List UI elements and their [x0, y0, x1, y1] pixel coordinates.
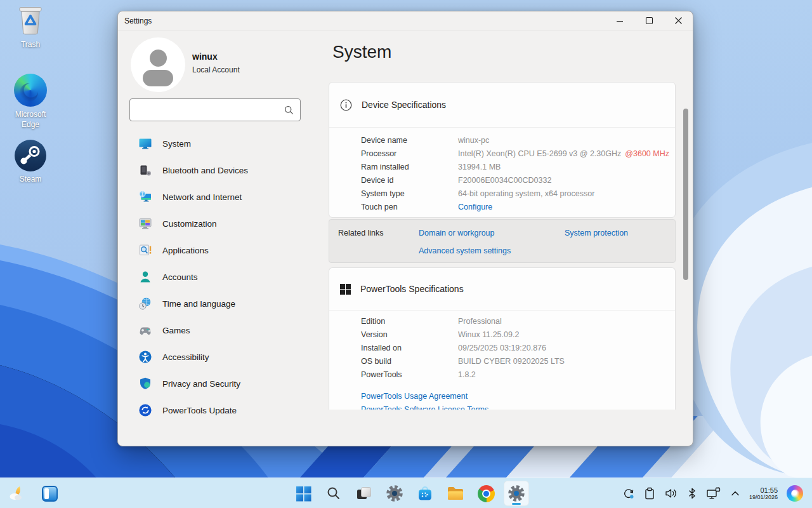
- spec-row-touch-pen: Touch pen Configure: [329, 200, 675, 213]
- spec-row-installed-on: Installed on 09/25/2025 03:19:20.876: [329, 341, 675, 354]
- powertools-license-terms-link[interactable]: PowerTools Software License Terms: [361, 403, 675, 410]
- sidebar-item-label: Privacy and Security: [162, 379, 240, 389]
- sidebar-item-label: Accounts: [162, 272, 198, 282]
- desktop-icon-trash[interactable]: Trash: [0, 5, 61, 50]
- spec-value: 1.8.2: [458, 370, 476, 379]
- sidebar-item-network[interactable]: Network and Internet: [129, 184, 310, 210]
- sidebar-item-time-language[interactable]: Time and language: [129, 290, 310, 317]
- sync-icon[interactable]: [622, 487, 635, 500]
- clipboard-icon[interactable]: [644, 487, 655, 500]
- windows-logo-icon: [340, 284, 351, 295]
- spec-value: 09/25/2025 03:19:20.876: [458, 344, 546, 352]
- desktop-icon-label: Microsoft Edge: [8, 110, 53, 130]
- sidebar-item-accessibility[interactable]: Accessibility: [129, 344, 310, 370]
- spec-label: Device name: [361, 136, 458, 145]
- sidebar-item-bluetooth[interactable]: Bluetooth and Devices: [129, 157, 310, 184]
- card-title: PowerTools Specifications: [360, 284, 464, 294]
- taskbar: 01:55 19/01/2026: [0, 478, 812, 508]
- widgets-icon[interactable]: [42, 486, 58, 502]
- task-view-button[interactable]: [351, 481, 377, 506]
- sidebar-item-label: Bluetooth and Devices: [162, 166, 248, 175]
- sidebar-item-label: System: [162, 139, 191, 149]
- powertools-update-icon: [138, 403, 152, 417]
- settings-app-button-active[interactable]: [504, 481, 529, 506]
- spec-label: Ram installed: [361, 163, 458, 171]
- maximize-button[interactable]: [634, 11, 664, 30]
- windows-start-icon: [296, 486, 311, 502]
- settings-gear-button[interactable]: [382, 481, 407, 506]
- sidebar-item-system[interactable]: System: [129, 130, 310, 157]
- sidebar-item-label: Time and language: [162, 299, 235, 309]
- taskbar-clock[interactable]: 01:55 19/01/2026: [749, 486, 778, 501]
- search-input[interactable]: [130, 99, 300, 121]
- scrollbar-thumb[interactable]: [683, 109, 688, 280]
- system-icon: [138, 137, 152, 150]
- weather-icon[interactable]: [8, 485, 25, 502]
- configure-link[interactable]: Configure: [458, 203, 492, 211]
- store-button[interactable]: [412, 481, 438, 506]
- volume-icon[interactable]: [664, 487, 678, 500]
- bluetooth-icon[interactable]: [687, 487, 697, 500]
- spec-label: Device id: [361, 176, 458, 185]
- chevron-up-icon[interactable]: [730, 488, 740, 498]
- system-protection-link[interactable]: System protection: [565, 229, 628, 237]
- start-button[interactable]: [291, 481, 316, 506]
- sidebar-item-label: Accessibility: [162, 352, 209, 362]
- spec-value: F20006E0034C00CD0332: [458, 176, 551, 185]
- related-links-section: Related links Domain or workgroup System…: [329, 219, 676, 263]
- bluetooth-devices-icon: [138, 163, 152, 177]
- time-language-icon: [138, 297, 152, 311]
- taskbar-search-button[interactable]: [321, 481, 346, 506]
- sidebar-item-powertools-update[interactable]: PowerTools Update: [129, 397, 310, 424]
- search-box[interactable]: [129, 98, 301, 121]
- spec-value: Professional: [458, 317, 502, 326]
- sidebar-item-games[interactable]: Games: [129, 317, 310, 344]
- minimize-button[interactable]: [605, 11, 634, 30]
- settings-window: Settings winux Local Account System: [117, 11, 693, 446]
- desktop-icon-steam[interactable]: Steam: [0, 140, 61, 185]
- customization-icon: [138, 217, 152, 231]
- chrome-icon: [478, 485, 495, 502]
- store-icon: [417, 485, 433, 502]
- window-title: Settings: [124, 17, 152, 25]
- spec-row-device-id: Device id F20006E0034C00CD0332: [329, 173, 675, 187]
- user-avatar[interactable]: [131, 37, 185, 92]
- search-icon: [284, 105, 294, 115]
- sidebar-item-customization[interactable]: Customization: [129, 210, 310, 237]
- sidebar-item-label: Applications: [162, 246, 209, 255]
- spec-row-version: Version Winux 11.25.09.2: [329, 328, 675, 341]
- spec-label: PowerTools: [361, 370, 458, 379]
- spec-value: BUILD CYBER 09202025 LTS: [458, 357, 565, 366]
- privacy-security-icon: [138, 377, 152, 391]
- spec-value: Winux 11.25.09.2: [458, 330, 519, 339]
- advanced-system-settings-link[interactable]: Advanced system settings: [419, 246, 511, 255]
- spec-row-system-type: System type 64-bit operating system, x64…: [329, 187, 675, 200]
- games-icon: [138, 323, 152, 337]
- card-header: PowerTools Specifications: [329, 268, 675, 311]
- page-title: System: [332, 43, 391, 62]
- copilot-icon[interactable]: [787, 485, 803, 502]
- sidebar-item-accounts[interactable]: Accounts: [129, 264, 310, 290]
- chrome-button[interactable]: [473, 481, 499, 506]
- sidebar-item-label: Games: [162, 326, 190, 335]
- powertools-specifications-card: PowerTools Specifications Edition Profes…: [329, 267, 676, 410]
- titlebar: Settings: [118, 11, 693, 30]
- search-icon: [326, 486, 341, 501]
- close-button[interactable]: [664, 11, 693, 30]
- powertools-usage-agreement-link[interactable]: PowerTools Usage Agreement: [361, 390, 675, 403]
- user-name: winux: [192, 51, 218, 62]
- network-display-icon[interactable]: [706, 487, 721, 500]
- spec-row-os-build: OS build BUILD CYBER 09202025 LTS: [329, 354, 675, 368]
- spec-value: 31994.1 MB: [458, 163, 501, 171]
- desktop-icon-edge[interactable]: Microsoft Edge: [0, 74, 61, 130]
- sidebar-item-label: PowerTools Update: [162, 406, 237, 415]
- edge-icon: [14, 74, 47, 107]
- file-explorer-button[interactable]: [443, 481, 468, 506]
- sidebar-item-applications[interactable]: Applications: [129, 237, 310, 264]
- spec-row-processor: Processor Intel(R) Xeon(R) CPU E5-2699 v…: [329, 147, 675, 160]
- device-specifications-card: Device Specifications Device name winux-…: [329, 82, 676, 218]
- domain-workgroup-link[interactable]: Domain or workgroup: [419, 229, 495, 237]
- sidebar-item-privacy[interactable]: Privacy and Security: [129, 370, 310, 397]
- sidebar-item-label: Customization: [162, 219, 217, 229]
- spec-label: System type: [361, 189, 458, 198]
